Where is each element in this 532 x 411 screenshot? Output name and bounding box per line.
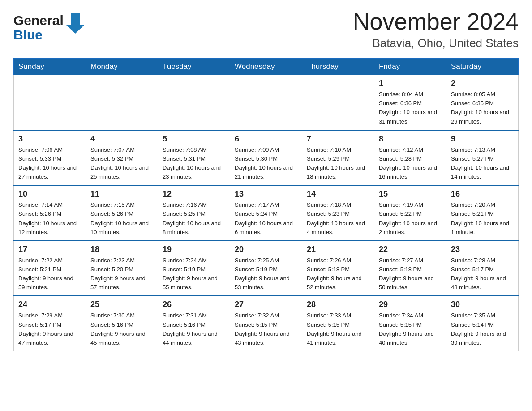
table-row [230,75,302,130]
table-row [158,75,230,130]
day-number: 28 [307,300,369,309]
day-number: 7 [307,134,369,144]
day-info: Sunrise: 7:33 AM Sunset: 5:15 PM Dayligh… [307,311,369,347]
day-info: Sunrise: 7:10 AM Sunset: 5:29 PM Dayligh… [307,146,369,182]
table-row: 16Sunrise: 7:20 AM Sunset: 5:21 PM Dayli… [446,185,519,241]
table-row: 11Sunrise: 7:15 AM Sunset: 5:26 PM Dayli… [86,185,158,241]
day-number: 1 [379,79,442,88]
table-row: 24Sunrise: 7:29 AM Sunset: 5:17 PM Dayli… [14,296,86,351]
calendar-week-row: 17Sunrise: 7:22 AM Sunset: 5:21 PM Dayli… [14,241,519,296]
col-monday: Monday [86,59,158,75]
calendar-week-row: 1Sunrise: 8:04 AM Sunset: 6:36 PM Daylig… [14,75,519,130]
table-row: 17Sunrise: 7:22 AM Sunset: 5:21 PM Dayli… [14,241,86,296]
table-row [14,75,86,130]
day-info: Sunrise: 7:13 AM Sunset: 5:27 PM Dayligh… [451,146,514,182]
day-number: 30 [451,300,514,309]
day-number: 5 [163,134,225,144]
calendar-week-row: 3Sunrise: 7:06 AM Sunset: 5:33 PM Daylig… [14,130,519,186]
calendar-week-row: 10Sunrise: 7:14 AM Sunset: 5:26 PM Dayli… [14,185,519,241]
day-info: Sunrise: 7:24 AM Sunset: 5:19 PM Dayligh… [163,256,225,292]
table-row: 20Sunrise: 7:25 AM Sunset: 5:19 PM Dayli… [230,241,302,296]
table-row: 3Sunrise: 7:06 AM Sunset: 5:33 PM Daylig… [14,130,86,186]
table-row: 7Sunrise: 7:10 AM Sunset: 5:29 PM Daylig… [302,130,374,186]
day-number: 26 [163,300,225,309]
table-row: 25Sunrise: 7:30 AM Sunset: 5:16 PM Dayli… [86,296,158,351]
day-info: Sunrise: 7:22 AM Sunset: 5:21 PM Dayligh… [18,256,81,292]
day-info: Sunrise: 7:30 AM Sunset: 5:16 PM Dayligh… [90,311,153,347]
calendar-table: Sunday Monday Tuesday Wednesday Thursday… [13,58,519,351]
day-info: Sunrise: 7:28 AM Sunset: 5:17 PM Dayligh… [451,256,514,292]
table-row: 21Sunrise: 7:26 AM Sunset: 5:18 PM Dayli… [302,241,374,296]
logo: General Blue [13,9,90,45]
table-row: 12Sunrise: 7:16 AM Sunset: 5:25 PM Dayli… [158,185,230,241]
day-number: 10 [18,189,81,199]
day-number: 20 [235,245,297,254]
table-row: 4Sunrise: 7:07 AM Sunset: 5:32 PM Daylig… [86,130,158,186]
table-row: 23Sunrise: 7:28 AM Sunset: 5:17 PM Dayli… [446,241,519,296]
day-number: 18 [90,245,153,254]
day-info: Sunrise: 7:26 AM Sunset: 5:18 PM Dayligh… [307,256,369,292]
table-row: 27Sunrise: 7:32 AM Sunset: 5:15 PM Dayli… [230,296,302,351]
day-number: 6 [235,134,297,144]
day-number: 24 [18,300,81,309]
table-row: 22Sunrise: 7:27 AM Sunset: 5:18 PM Dayli… [374,241,446,296]
page-subtitle: Batavia, Ohio, United States [353,36,519,50]
day-info: Sunrise: 7:23 AM Sunset: 5:20 PM Dayligh… [90,256,153,292]
logo-svg: General Blue [13,9,90,45]
col-thursday: Thursday [302,59,374,75]
col-sunday: Sunday [14,59,86,75]
day-number: 12 [163,189,225,199]
day-info: Sunrise: 7:32 AM Sunset: 5:15 PM Dayligh… [235,311,297,347]
day-info: Sunrise: 7:34 AM Sunset: 5:15 PM Dayligh… [379,311,442,347]
page-title: November 2024 [353,9,519,34]
table-row: 9Sunrise: 7:13 AM Sunset: 5:27 PM Daylig… [446,130,519,186]
page-header: General Blue November 2024 Batavia, Ohio… [13,9,519,50]
table-row: 14Sunrise: 7:18 AM Sunset: 5:23 PM Dayli… [302,185,374,241]
table-row: 30Sunrise: 7:35 AM Sunset: 5:14 PM Dayli… [446,296,519,351]
table-row: 10Sunrise: 7:14 AM Sunset: 5:26 PM Dayli… [14,185,86,241]
table-row: 15Sunrise: 7:19 AM Sunset: 5:22 PM Dayli… [374,185,446,241]
day-number: 21 [307,245,369,254]
day-info: Sunrise: 7:25 AM Sunset: 5:19 PM Dayligh… [235,256,297,292]
table-row: 2Sunrise: 8:05 AM Sunset: 6:35 PM Daylig… [446,75,519,130]
col-saturday: Saturday [446,59,519,75]
day-number: 19 [163,245,225,254]
svg-text:General: General [13,13,64,28]
day-info: Sunrise: 7:29 AM Sunset: 5:17 PM Dayligh… [18,311,81,347]
day-info: Sunrise: 8:05 AM Sunset: 6:35 PM Dayligh… [451,90,514,126]
col-tuesday: Tuesday [158,59,230,75]
calendar-week-row: 24Sunrise: 7:29 AM Sunset: 5:17 PM Dayli… [14,296,519,351]
day-number: 11 [90,189,153,199]
title-block: November 2024 Batavia, Ohio, United Stat… [353,9,519,50]
table-row [86,75,158,130]
day-info: Sunrise: 7:35 AM Sunset: 5:14 PM Dayligh… [451,311,514,347]
day-info: Sunrise: 7:20 AM Sunset: 5:21 PM Dayligh… [451,201,514,237]
day-number: 29 [379,300,442,309]
table-row: 8Sunrise: 7:12 AM Sunset: 5:28 PM Daylig… [374,130,446,186]
day-info: Sunrise: 8:04 AM Sunset: 6:36 PM Dayligh… [379,90,442,126]
day-number: 9 [451,134,514,144]
day-number: 2 [451,79,514,88]
day-info: Sunrise: 7:12 AM Sunset: 5:28 PM Dayligh… [379,146,442,182]
svg-marker-1 [66,13,84,34]
table-row: 6Sunrise: 7:09 AM Sunset: 5:30 PM Daylig… [230,130,302,186]
table-row: 13Sunrise: 7:17 AM Sunset: 5:24 PM Dayli… [230,185,302,241]
day-info: Sunrise: 7:19 AM Sunset: 5:22 PM Dayligh… [379,201,442,237]
col-friday: Friday [374,59,446,75]
day-number: 22 [379,245,442,254]
day-info: Sunrise: 7:06 AM Sunset: 5:33 PM Dayligh… [18,146,81,182]
day-info: Sunrise: 7:09 AM Sunset: 5:30 PM Dayligh… [235,146,297,182]
day-number: 13 [235,189,297,199]
day-info: Sunrise: 7:18 AM Sunset: 5:23 PM Dayligh… [307,201,369,237]
day-number: 16 [451,189,514,199]
day-number: 27 [235,300,297,309]
calendar-header-row: Sunday Monday Tuesday Wednesday Thursday… [14,59,519,75]
day-info: Sunrise: 7:17 AM Sunset: 5:24 PM Dayligh… [235,201,297,237]
svg-text:Blue: Blue [13,27,43,42]
day-number: 17 [18,245,81,254]
table-row: 1Sunrise: 8:04 AM Sunset: 6:36 PM Daylig… [374,75,446,130]
day-info: Sunrise: 7:14 AM Sunset: 5:26 PM Dayligh… [18,201,81,237]
table-row: 28Sunrise: 7:33 AM Sunset: 5:15 PM Dayli… [302,296,374,351]
day-info: Sunrise: 7:31 AM Sunset: 5:16 PM Dayligh… [163,311,225,347]
day-info: Sunrise: 7:16 AM Sunset: 5:25 PM Dayligh… [163,201,225,237]
